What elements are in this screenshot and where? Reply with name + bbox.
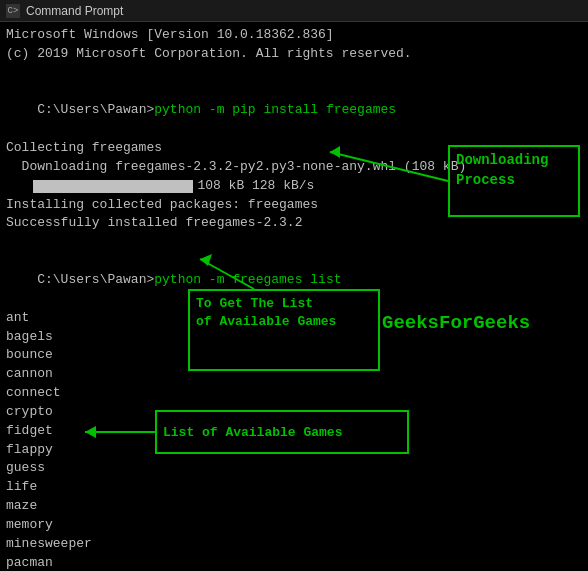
- terminal-line: memory: [6, 516, 582, 535]
- geeksforgeeks-label: GeeksForGeeks: [382, 312, 530, 334]
- terminal-line: fidget: [6, 422, 582, 441]
- progress-bar: [33, 180, 193, 193]
- terminal-line: maze: [6, 497, 582, 516]
- terminal-line: guess: [6, 459, 582, 478]
- terminal-line: [6, 233, 582, 252]
- prompt: C:\Users\Pawan>: [37, 102, 154, 117]
- cmd-icon: C>: [6, 4, 20, 18]
- terminal-line: connect: [6, 384, 582, 403]
- terminal-line: Successfully installed freegames-2.3.2: [6, 214, 582, 233]
- terminal-line: bounce: [6, 346, 582, 365]
- progress-line: 108 kB 128 kB/s: [6, 177, 582, 196]
- terminal-line: pacman: [6, 554, 582, 571]
- terminal-line: C:\Users\Pawan>python -m freegames list: [6, 252, 582, 309]
- terminal-line: crypto: [6, 403, 582, 422]
- terminal-line: Installing collected packages: freegames: [6, 196, 582, 215]
- window-title: Command Prompt: [26, 4, 123, 18]
- progress-bar-fill: [33, 180, 193, 193]
- terminal-line: [6, 64, 582, 83]
- prompt: C:\Users\Pawan>: [37, 272, 154, 287]
- progress-text: 108 kB 128 kB/s: [197, 177, 314, 196]
- command-text: python -m pip install freegames: [154, 102, 396, 117]
- terminal-line: C:\Users\Pawan>python -m pip install fre…: [6, 83, 582, 140]
- terminal-line: Downloading freegames-2.3.2-py2.py3-none…: [6, 158, 582, 177]
- terminal-line: cannon: [6, 365, 582, 384]
- terminal-line: minesweeper: [6, 535, 582, 554]
- terminal-line: Collecting freegames: [6, 139, 582, 158]
- terminal-line: life: [6, 478, 582, 497]
- terminal-line: flappy: [6, 441, 582, 460]
- command-text: python -m freegames list: [154, 272, 341, 287]
- terminal-line: Microsoft Windows [Version 10.0.18362.83…: [6, 26, 582, 45]
- title-bar: C> Command Prompt: [0, 0, 588, 22]
- terminal-line: (c) 2019 Microsoft Corporation. All righ…: [6, 45, 582, 64]
- terminal-body: Microsoft Windows [Version 10.0.18362.83…: [0, 22, 588, 571]
